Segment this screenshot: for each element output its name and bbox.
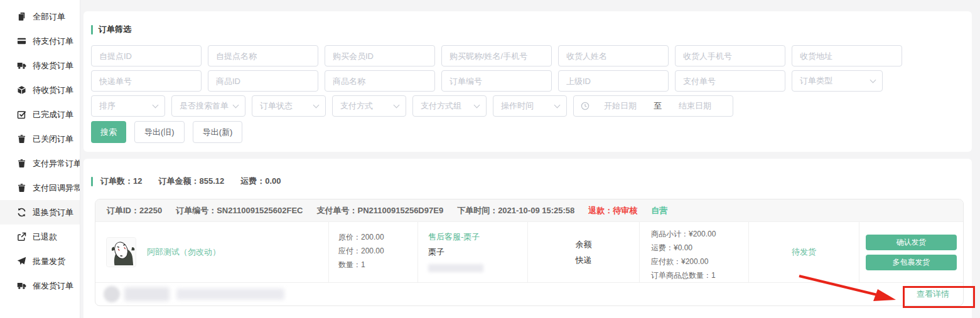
operate-time-select[interactable]: 操作时间 bbox=[493, 95, 567, 117]
consignee-name-input[interactable] bbox=[558, 45, 669, 66]
view-detail-link[interactable]: 查看详情 bbox=[917, 289, 949, 300]
sidebar-item-refunded[interactable]: 已退款 bbox=[0, 225, 80, 249]
redacted-buyer-info bbox=[124, 287, 170, 301]
sidebar-item-payment-callback-exception[interactable]: 支付回调异常订单 bbox=[0, 176, 80, 200]
confirm-shipment-button[interactable]: 确认发货 bbox=[866, 235, 957, 250]
payment-sn-input[interactable] bbox=[675, 70, 785, 92]
truck-icon bbox=[17, 281, 26, 290]
payment-method: 余额 bbox=[576, 236, 592, 252]
card-icon bbox=[17, 36, 26, 46]
delivery-address-input[interactable] bbox=[792, 45, 902, 66]
product-name-link[interactable]: 阿部测试（勿改动） bbox=[147, 246, 220, 258]
buyer-name: 栗子 bbox=[428, 245, 527, 260]
sidebar-item-label: 已退款 bbox=[33, 231, 57, 243]
sidebar-item-label: 待发货订单 bbox=[33, 60, 73, 72]
sidebar-item-label: 退换货订单 bbox=[33, 207, 73, 218]
filter-section-title: 订单筛选 bbox=[91, 24, 131, 35]
parent-id-input[interactable] bbox=[558, 70, 669, 92]
order-summary-bar: 订单数：12 订单金额：855.12 运费：0.00 bbox=[91, 176, 281, 187]
order-sn: 订单编号：SN2110091525602FEC bbox=[176, 205, 303, 216]
product-image bbox=[106, 237, 136, 267]
consignee-phone-input[interactable] bbox=[675, 45, 785, 66]
pickup-id-input[interactable] bbox=[91, 45, 202, 66]
amounts-cell: 商品小计：¥200.00 运费：¥0.00 应付款：¥200.00 订单商品总数… bbox=[640, 222, 749, 282]
order-card-body: 阿部测试（勿改动） 原价：200.00 应付：200.00 数量：1 售后客服-… bbox=[95, 222, 963, 282]
sidebar-item-payment-exception[interactable]: 支付异常订单 bbox=[0, 151, 80, 176]
sidebar-item-label: 支付异常订单 bbox=[33, 158, 80, 169]
date-range-separator: 至 bbox=[651, 100, 664, 112]
payment-cell: 余额 快递 bbox=[528, 222, 640, 282]
sidebar-item-pending-receipt[interactable]: 待收货订单 bbox=[0, 78, 80, 102]
order-status-select[interactable]: 订单状态 bbox=[252, 95, 326, 117]
order-type-select[interactable]: 订单类型 bbox=[792, 70, 883, 92]
buyer-nickname-input[interactable] bbox=[441, 45, 552, 66]
sidebar-item-label: 待支付订单 bbox=[33, 36, 73, 47]
chevron-down-icon bbox=[554, 102, 561, 108]
chevron-down-icon bbox=[394, 102, 400, 108]
freight-amount: 运费：¥0.00 bbox=[651, 241, 748, 255]
order-type-select-value: 订单类型 bbox=[800, 75, 832, 87]
sidebar-item-urge-shipment[interactable]: 催发货订单 bbox=[0, 273, 80, 298]
filter-row-1 bbox=[91, 45, 902, 66]
sidebar-item-batch-shipment[interactable]: 批量发货 bbox=[0, 249, 80, 273]
refund-status-badge: 退款：待审核 bbox=[588, 205, 637, 216]
order-card-header: 订单ID：22250 订单编号：SN2110091525602FEC 支付单号：… bbox=[95, 199, 963, 222]
product-id-input[interactable] bbox=[208, 70, 318, 92]
payable-price: 应付：200.00 bbox=[338, 244, 417, 258]
sidebar-item-pending-shipment[interactable]: 待发货订单 bbox=[0, 53, 80, 78]
share-icon bbox=[17, 232, 26, 241]
bin-icon bbox=[17, 159, 26, 168]
check-square-icon bbox=[17, 110, 26, 119]
product-name-input[interactable] bbox=[325, 70, 435, 92]
tracking-number-input[interactable] bbox=[91, 70, 202, 92]
sidebar-item-pending-payment[interactable]: 待支付订单 bbox=[0, 29, 80, 53]
customer-service-cell: 售后客服-栗子 栗子 bbox=[418, 222, 528, 282]
package-icon bbox=[17, 85, 26, 95]
actions-cell: 确认发货 多包裹发货 bbox=[859, 222, 963, 282]
order-card: 订单ID：22250 订单编号：SN2110091525602FEC 支付单号：… bbox=[95, 199, 964, 306]
sidebar-item-label: 支付回调异常订单 bbox=[33, 183, 80, 194]
delivery-method: 快递 bbox=[576, 252, 592, 268]
pay-method-group-select[interactable]: 支付方式组 bbox=[412, 95, 487, 117]
order-id: 订单ID：22250 bbox=[107, 205, 162, 216]
pickup-name-input[interactable] bbox=[208, 45, 318, 66]
order-sn-input[interactable] bbox=[441, 70, 552, 92]
chevron-down-icon bbox=[233, 102, 239, 108]
service-agent-link[interactable]: 售后客服-栗子 bbox=[428, 230, 527, 245]
sidebar-item-all-orders[interactable]: 全部订单 bbox=[0, 4, 80, 29]
summary-order-count: 订单数：12 bbox=[100, 176, 142, 187]
sidebar-item-completed[interactable]: 已完成订单 bbox=[0, 102, 80, 127]
plane-icon bbox=[17, 257, 26, 266]
truck-icon bbox=[17, 61, 26, 70]
pay-method-select[interactable]: 支付方式 bbox=[332, 95, 406, 117]
pay-method-select-value: 支付方式 bbox=[340, 100, 373, 112]
bin-icon bbox=[17, 134, 26, 144]
first-order-select[interactable]: 是否搜索首单 bbox=[171, 95, 245, 117]
redacted-buyer-detail bbox=[176, 289, 284, 300]
sidebar-item-label: 已完成订单 bbox=[33, 109, 73, 120]
multi-package-shipment-button[interactable]: 多包裹发货 bbox=[866, 255, 957, 270]
start-date-placeholder[interactable]: 开始日期 bbox=[590, 100, 651, 112]
original-price: 原价：200.00 bbox=[338, 230, 417, 244]
filter-title-text: 订单筛选 bbox=[99, 24, 131, 35]
buyer-member-id-input[interactable] bbox=[325, 45, 435, 66]
export-new-button[interactable]: 导出(新) bbox=[193, 121, 243, 143]
order-card-footer: 查看详情 bbox=[95, 282, 963, 305]
export-old-button[interactable]: 导出(旧) bbox=[134, 121, 185, 143]
search-button[interactable]: 搜索 bbox=[91, 121, 126, 143]
sidebar-item-closed[interactable]: 已关闭订单 bbox=[0, 127, 80, 151]
summary-freight: 运费：0.00 bbox=[240, 176, 281, 187]
chevron-down-icon bbox=[153, 102, 159, 108]
product-cell: 阿部测试（勿改动） bbox=[95, 222, 329, 282]
summary-order-amount: 订单金额：855.12 bbox=[158, 176, 224, 187]
sidebar-item-label: 批量发货 bbox=[33, 256, 65, 267]
sidebar-item-returns[interactable]: 退换货订单 bbox=[0, 200, 80, 225]
sidebar-item-label: 已关闭订单 bbox=[33, 134, 73, 145]
sort-select[interactable]: 排序 bbox=[91, 95, 165, 117]
order-pay-sn: 支付单号：PN21100915256D97E9 bbox=[317, 205, 444, 216]
date-range-picker[interactable]: 开始日期 至 结束日期 bbox=[573, 95, 733, 117]
end-date-placeholder[interactable]: 结束日期 bbox=[664, 100, 726, 112]
green-bar bbox=[91, 177, 93, 186]
order-status-select-value: 订单状态 bbox=[260, 100, 293, 112]
operate-time-select-value: 操作时间 bbox=[501, 100, 534, 112]
